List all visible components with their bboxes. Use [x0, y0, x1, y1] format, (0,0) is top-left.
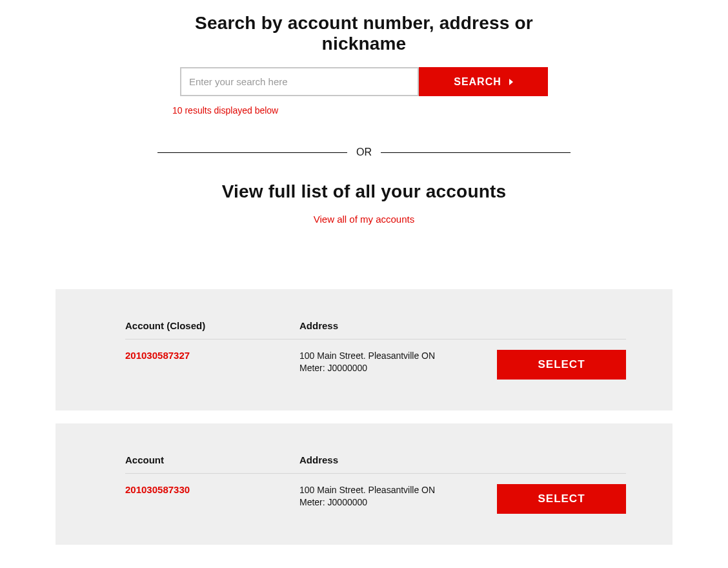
account-card: Account (Closed)Address201030587327100 M… [56, 289, 672, 411]
account-card-body: 201030587330100 Main Street. Pleasantvil… [125, 484, 626, 514]
divider-or-label: OR [356, 147, 372, 158]
divider-line-left [157, 152, 347, 153]
accounts-list-title: View full list of all your accounts [0, 181, 728, 202]
header-address-label: Address [299, 320, 626, 331]
account-card-body: 201030587327100 Main Street. Pleasantvil… [125, 350, 626, 380]
search-button[interactable]: SEARCH [419, 67, 548, 96]
view-all-accounts-link[interactable]: View all of my accounts [0, 214, 728, 225]
select-account-button[interactable]: SELECT [497, 484, 626, 514]
chevron-right-icon [509, 79, 513, 85]
search-form: SEARCH [0, 67, 728, 96]
account-meter: Meter: J0000000 [299, 496, 481, 509]
search-status: 10 results displayed below [172, 105, 728, 116]
accounts-list: Account (Closed)Address201030587327100 M… [0, 289, 728, 545]
account-meter: Meter: J0000000 [299, 362, 481, 374]
account-card: AccountAddress201030587330100 Main Stree… [56, 423, 672, 545]
account-address: 100 Main Street. Pleasantville ON [299, 350, 481, 362]
divider-line-right [381, 152, 571, 153]
header-address-label: Address [299, 454, 626, 465]
header-account-label: Account (Closed) [125, 320, 299, 331]
account-number: 201030587327 [125, 350, 299, 361]
account-address: 100 Main Street. Pleasantville ON [299, 484, 481, 496]
search-button-label: SEARCH [454, 76, 501, 88]
header-account-label: Account [125, 454, 299, 465]
select-account-button[interactable]: SELECT [497, 350, 626, 380]
search-title: Search by account number, address or nic… [157, 13, 571, 54]
search-input[interactable] [180, 67, 419, 96]
account-card-header: Account (Closed)Address [125, 320, 626, 340]
account-card-header: AccountAddress [125, 454, 626, 474]
account-number: 201030587330 [125, 484, 299, 495]
divider-or: OR [157, 147, 571, 158]
